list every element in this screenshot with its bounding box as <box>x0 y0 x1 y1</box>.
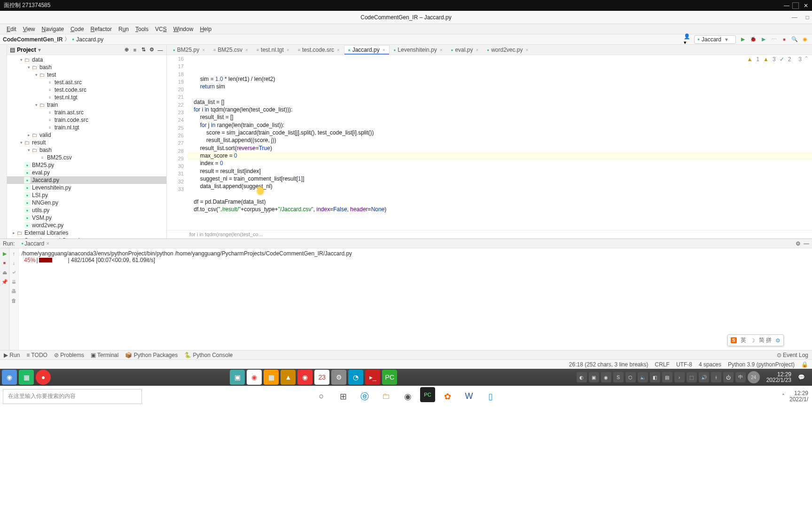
hide-icon[interactable]: — <box>157 47 164 53</box>
app-maximize-icon[interactable]: □ <box>806 14 809 21</box>
status-interpreter[interactable]: Python 3.9 (pythonProject) <box>728 361 795 368</box>
menu-edit[interactable]: Edit <box>4 25 19 33</box>
tray-icon[interactable]: ◧ <box>650 372 660 382</box>
tree-node[interactable]: ≡test.code.src <box>7 86 166 94</box>
tree-node[interactable]: ▸🗀valid <box>7 131 166 139</box>
tree-node[interactable]: ≡train.ast.src <box>7 109 166 116</box>
editor-tab[interactable]: ●eval.py× <box>447 45 483 55</box>
taskbar-clock[interactable]: 12:29 2022/1/ <box>789 390 808 403</box>
close-icon[interactable]: ✕ <box>804 2 808 9</box>
tree-node[interactable]: ▾🗀bash <box>7 146 166 154</box>
tree-node[interactable]: ≡test.nl.tgt <box>7 94 166 101</box>
tw-console[interactable]: 🐍 Python Console <box>184 352 233 358</box>
tree-node[interactable]: ≡train.code.src <box>7 116 166 124</box>
widgets-icon[interactable]: ⊞ <box>334 387 352 406</box>
editor-tab[interactable]: ●Jaccard.py× <box>344 45 390 55</box>
tray-icon[interactable]: ▣ <box>589 372 599 382</box>
project-title[interactable]: Project <box>17 47 36 53</box>
gear-icon[interactable]: ⚙ <box>148 47 155 53</box>
task-view-icon[interactable]: ○ <box>312 387 331 406</box>
down-icon[interactable]: ↓ <box>11 260 17 266</box>
menu-window[interactable]: Window <box>171 25 196 33</box>
app-icon[interactable]: ✿ <box>438 387 457 406</box>
project-tree[interactable]: ▾🗀data▾🗀bash▾🗀test≡test.ast.src≡test.cod… <box>7 55 166 238</box>
pycharm-icon[interactable]: PC <box>420 387 435 402</box>
chrome-icon[interactable]: ◉ <box>398 387 417 406</box>
close-tab-icon[interactable]: × <box>383 48 385 53</box>
tree-node[interactable]: ●Jaccard.py <box>7 176 166 184</box>
menu-code[interactable]: Code <box>68 25 87 33</box>
up-icon[interactable]: ↑ <box>11 250 17 257</box>
tw-packages[interactable]: 📦 Python Packages <box>125 352 178 358</box>
chevron-up-icon[interactable]: ˆ <box>805 56 807 63</box>
taskbar-search[interactable]: 在这里输入你要搜索的内容 <box>3 389 142 404</box>
tray-icon[interactable]: S <box>613 372 624 382</box>
tree-node[interactable]: ▾🗀train <box>7 101 166 109</box>
inspection-widget[interactable]: ▲1 ▲3 ✓2 3 ˆ <box>747 56 807 63</box>
volume-icon[interactable]: 🔈 <box>638 372 648 382</box>
editor-tab[interactable]: ≡test.code.src× <box>294 45 344 55</box>
tree-node[interactable]: ≡BM25.csv <box>7 154 166 161</box>
stop-icon[interactable]: ■ <box>781 36 788 43</box>
collapse-icon[interactable]: ⇅ <box>140 47 147 53</box>
search-icon[interactable]: 🔍 <box>791 36 798 43</box>
close-tab-icon[interactable]: × <box>287 48 289 53</box>
minimize-icon[interactable]: — <box>784 2 789 9</box>
maximize-icon[interactable] <box>792 2 799 9</box>
wrap-icon[interactable]: ⤶ <box>11 269 17 276</box>
close-tab-icon[interactable]: × <box>337 48 340 53</box>
app-icon[interactable]: ▯ <box>481 387 500 406</box>
tree-node[interactable]: ▾🗀test <box>7 71 166 79</box>
explorer-icon[interactable]: 🗀 <box>377 387 396 406</box>
run-icon[interactable]: ▶ <box>740 36 746 43</box>
ime-indicator[interactable]: S 英 ☽ 简 拼 ⚙ <box>727 334 784 346</box>
tray-icon[interactable]: ⬡ <box>625 372 636 382</box>
editor-tab[interactable]: ●BM25.py× <box>169 45 209 55</box>
coverage-icon[interactable]: ▶ <box>760 36 767 43</box>
chevron-down-icon[interactable]: ▾ <box>38 47 41 53</box>
power-icon[interactable]: ⏻ <box>723 372 734 382</box>
tree-node[interactable]: ●utils.py <box>7 206 166 214</box>
ubuntu-clock[interactable]: 12:29 2022/1/23 <box>764 372 794 383</box>
tray-icon[interactable]: ▤ <box>662 372 672 382</box>
close-tab-icon[interactable]: × <box>440 48 443 53</box>
tree-node[interactable]: ●VSM.py <box>7 214 166 222</box>
show-apps-icon[interactable]: ◉ <box>2 370 17 385</box>
gear-icon[interactable]: ⚙ <box>796 240 801 247</box>
edge-icon[interactable]: ⓔ <box>355 387 374 406</box>
tree-node[interactable]: ≡test.ast.src <box>7 79 166 86</box>
tree-node[interactable]: ●word2vec.py <box>7 222 166 229</box>
menu-navigate[interactable]: Navigate <box>39 25 67 33</box>
stop-icon[interactable]: ■ <box>1 260 8 266</box>
expand-icon[interactable]: ≡ <box>132 47 138 53</box>
tw-problems[interactable]: ⊘ Problems <box>54 352 84 358</box>
code-editor[interactable]: 161718192021222324252627282930313233 sim… <box>167 55 812 230</box>
editor-tab[interactable]: ≡test.nl.tgt× <box>252 45 294 55</box>
tray-icon[interactable]: › <box>674 372 685 382</box>
status-line-ending[interactable]: CRLF <box>655 361 670 368</box>
menu-tools[interactable]: Tools <box>133 25 151 33</box>
status-encoding[interactable]: UTF-8 <box>676 361 692 368</box>
lock-icon[interactable]: 🔒 <box>801 361 808 368</box>
trash-icon[interactable]: 🗑 <box>11 297 17 304</box>
app-icon[interactable]: ▣ <box>230 370 245 385</box>
files-icon[interactable]: ▦ <box>19 370 34 385</box>
tree-node[interactable]: ●BM25.py <box>7 161 166 169</box>
tree-node[interactable]: ●LSI.py <box>7 191 166 199</box>
breadcrumb-file[interactable]: Jaccard.py <box>76 36 103 43</box>
tw-todo[interactable]: ≡ TODO <box>26 352 47 358</box>
run-config-selector[interactable]: ● Jaccard ▾ <box>694 35 736 44</box>
network-icon[interactable]: ⬚ <box>687 372 697 382</box>
profile-icon[interactable]: ⋯ <box>771 36 777 43</box>
app-icon[interactable]: ◉ <box>297 370 312 385</box>
pin-icon[interactable]: 📌 <box>1 278 8 285</box>
tree-node[interactable]: ▾🗀data <box>7 56 166 64</box>
close-tab-icon[interactable]: × <box>202 48 205 53</box>
tree-node[interactable]: ▾🗀bash <box>7 64 166 71</box>
calendar-icon[interactable]: 23 <box>314 370 329 385</box>
breadcrumb-root[interactable]: CodeCommentGen_IR <box>3 36 62 43</box>
terminal-icon[interactable]: ▸_ <box>365 370 380 385</box>
editor-tab[interactable]: ≡BM25.csv× <box>209 45 252 55</box>
volume-icon[interactable]: 🔊 <box>699 372 709 382</box>
run-tab-name[interactable]: Jaccard <box>24 240 44 247</box>
